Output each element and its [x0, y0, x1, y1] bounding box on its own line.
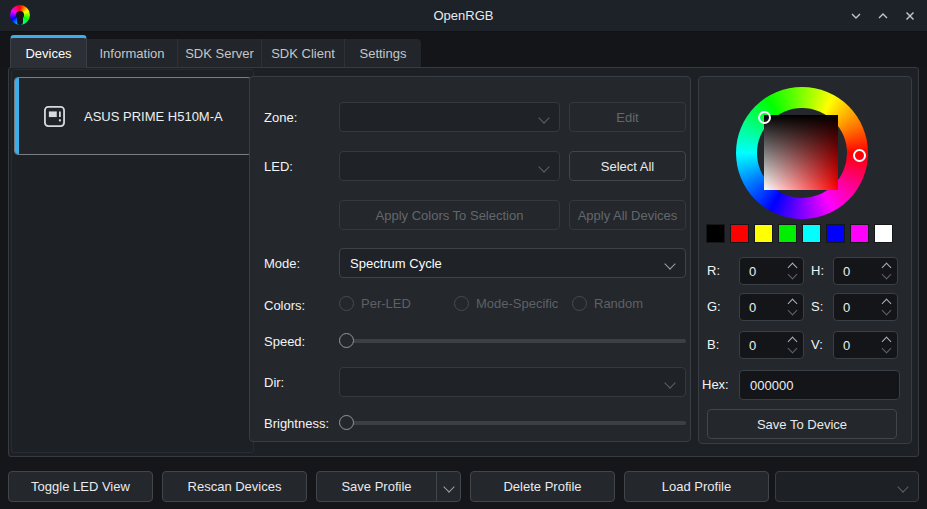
blue-label: B:: [707, 337, 719, 352]
radio-circle-icon: [339, 296, 354, 311]
apply-colors-to-selection-button[interactable]: Apply Colors To Selection: [339, 200, 560, 230]
swatch-yellow[interactable]: [754, 224, 773, 243]
hex-label: Hex:: [702, 377, 729, 392]
radio-per-led[interactable]: Per-LED: [339, 296, 411, 311]
led-label: LED:: [264, 159, 339, 174]
spin-down-icon[interactable]: [788, 306, 798, 316]
green-label: G:: [707, 299, 721, 314]
red-label: R:: [707, 263, 720, 278]
select-all-button[interactable]: Select All: [569, 151, 686, 181]
close-button[interactable]: [901, 7, 919, 25]
hue-cursor-icon[interactable]: [853, 149, 866, 162]
swatch-green[interactable]: [778, 224, 797, 243]
direction-select[interactable]: [339, 367, 686, 397]
chevron-down-icon: [538, 161, 549, 172]
tab-settings[interactable]: Settings: [345, 39, 421, 67]
hue-spinbox[interactable]: 0: [833, 257, 898, 285]
colors-row: Colors: Per-LED Mode-Specific Random: [264, 296, 686, 314]
devices-page: ASUS PRIME H510M-A Zone: Edit LED: Selec…: [8, 67, 919, 457]
colors-label: Colors:: [264, 298, 339, 313]
hex-row: Hex:: [699, 370, 913, 400]
device-list-item[interactable]: ASUS PRIME H510M-A: [14, 77, 252, 155]
device-name: ASUS PRIME H510M-A: [84, 109, 223, 124]
chevron-down-icon: [443, 481, 454, 492]
save-to-device-button[interactable]: Save To Device: [707, 409, 897, 439]
delete-profile-button[interactable]: Delete Profile: [470, 471, 615, 502]
edit-zone-button[interactable]: Edit: [569, 102, 686, 132]
toggle-led-view-button[interactable]: Toggle LED View: [8, 471, 153, 502]
zone-row: Zone: Edit: [264, 102, 686, 132]
profile-select[interactable]: [775, 471, 919, 502]
save-profile-split-button: Save Profile: [316, 471, 461, 502]
mode-label: Mode:: [264, 256, 339, 271]
window-title: OpenRGB: [0, 8, 927, 23]
tab-devices[interactable]: Devices: [10, 35, 87, 68]
swatch-black[interactable]: [706, 224, 725, 243]
saturation-spinbox[interactable]: 0: [833, 293, 898, 321]
speed-row: Speed:: [264, 333, 686, 349]
sv-cursor-icon[interactable]: [758, 111, 771, 124]
save-profile-button[interactable]: Save Profile: [317, 472, 436, 501]
mode-select[interactable]: Spectrum Cycle: [339, 248, 686, 278]
swatch-white[interactable]: [874, 224, 893, 243]
dir-label: Dir:: [264, 375, 339, 390]
chevron-down-icon: [664, 377, 675, 388]
spin-down-icon[interactable]: [882, 344, 892, 354]
value-label: V:: [811, 337, 823, 352]
apply-all-devices-button[interactable]: Apply All Devices: [569, 200, 686, 230]
green-spinbox[interactable]: 0: [739, 293, 804, 321]
window-controls: [847, 0, 919, 32]
openrgb-window: OpenRGB Devices Information SDK Server S…: [0, 0, 927, 509]
minimize-button[interactable]: [847, 7, 865, 25]
tab-bar: Devices Information SDK Server SDK Clien…: [0, 32, 927, 67]
brightness-label: Brightness:: [264, 416, 339, 431]
value-spinbox[interactable]: 0: [833, 331, 898, 359]
slider-handle[interactable]: [339, 333, 354, 348]
color-picker-panel: R: 0 H: 0 G: 0 S: 0: [698, 76, 912, 444]
swatch-blue[interactable]: [826, 224, 845, 243]
radio-circle-icon: [572, 296, 587, 311]
title-bar: OpenRGB: [0, 0, 927, 32]
brightness-slider[interactable]: [339, 415, 686, 431]
dir-row: Dir:: [264, 367, 686, 397]
chevron-down-icon: [850, 10, 862, 22]
motherboard-icon: [41, 103, 68, 130]
apply-row: Apply Colors To Selection Apply All Devi…: [264, 200, 686, 230]
slider-handle[interactable]: [339, 415, 354, 430]
speed-label: Speed:: [264, 334, 339, 349]
led-select[interactable]: [339, 151, 560, 181]
blue-spinbox[interactable]: 0: [739, 331, 804, 359]
swatch-magenta[interactable]: [850, 224, 869, 243]
saturation-value-square[interactable]: [764, 115, 838, 190]
zone-select[interactable]: [339, 102, 560, 132]
spin-down-icon[interactable]: [882, 270, 892, 280]
chevron-up-icon: [877, 10, 889, 22]
radio-circle-icon: [454, 296, 469, 311]
spin-down-icon[interactable]: [882, 306, 892, 316]
brightness-row: Brightness:: [264, 415, 686, 431]
slider-groove: [339, 339, 686, 343]
radio-random[interactable]: Random: [572, 296, 643, 311]
red-spinbox[interactable]: 0: [739, 257, 804, 285]
radio-mode-specific[interactable]: Mode-Specific: [454, 296, 558, 311]
rescan-devices-button[interactable]: Rescan Devices: [162, 471, 307, 502]
spin-down-icon[interactable]: [788, 270, 798, 280]
spin-down-icon[interactable]: [788, 344, 798, 354]
device-list: ASUS PRIME H510M-A: [11, 69, 254, 453]
chevron-down-icon: [538, 112, 549, 123]
chevron-down-icon: [897, 481, 908, 492]
selection-accent-bar: [15, 78, 19, 154]
color-swatches: [706, 224, 893, 244]
maximize-button[interactable]: [874, 7, 892, 25]
chevron-down-icon: [664, 258, 675, 269]
tab-information[interactable]: Information: [87, 39, 178, 67]
load-profile-button[interactable]: Load Profile: [624, 471, 769, 502]
swatch-cyan[interactable]: [802, 224, 821, 243]
tab-sdk-server[interactable]: SDK Server: [178, 39, 262, 67]
save-profile-dropdown-button[interactable]: [436, 472, 460, 501]
saturation-label: S:: [811, 299, 823, 314]
hex-input[interactable]: [739, 370, 900, 400]
speed-slider[interactable]: [339, 333, 686, 349]
tab-sdk-client[interactable]: SDK Client: [262, 39, 345, 67]
swatch-red[interactable]: [730, 224, 749, 243]
